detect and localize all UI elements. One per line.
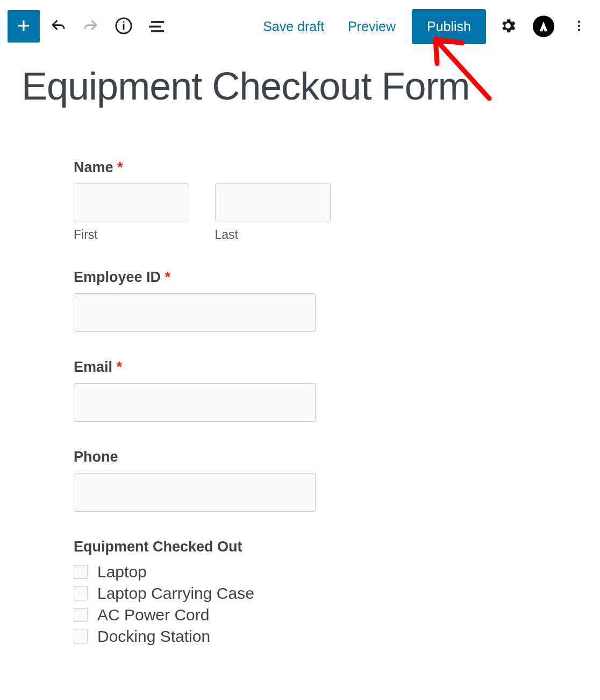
sublabel-last: Last [215,228,345,242]
label-name-text: Name [74,159,113,175]
toolbar-right-group: Save draft Preview Publish [255,9,592,44]
checkbox-docking-station[interactable] [74,630,88,644]
field-name: Name * First Last [74,159,344,242]
svg-point-10 [578,29,580,31]
field-equipment: Equipment Checked Out Laptop Laptop Carr… [74,539,344,646]
settings-button[interactable] [495,13,522,40]
astra-icon [533,16,554,37]
editor-toolbar: Save draft Preview Publish [0,0,600,53]
redo-button[interactable] [76,12,105,41]
undo-button[interactable] [43,12,73,41]
info-icon [115,17,133,37]
input-last-name[interactable] [215,183,331,222]
choice-ac-power-cord[interactable]: AC Power Cord [74,606,344,624]
checkbox-laptop-carrying-case[interactable] [74,586,88,600]
input-email[interactable] [74,383,316,422]
more-options-button[interactable] [566,13,592,40]
label-employee-id: Employee ID * [74,269,344,286]
choice-laptop[interactable]: Laptop [74,563,344,581]
svg-point-4 [123,21,124,23]
gear-icon [499,17,517,37]
choice-label: Docking Station [97,627,210,646]
kebab-icon [572,19,586,34]
field-last-name: Last [215,183,345,242]
choice-laptop-carrying-case[interactable]: Laptop Carrying Case [74,584,344,603]
label-employee-id-text: Employee ID [74,269,161,285]
field-employee-id: Employee ID * [74,269,344,332]
checkbox-ac-power-cord[interactable] [74,608,88,622]
input-employee-id[interactable] [74,293,316,332]
save-draft-button[interactable]: Save draft [255,15,332,39]
list-view-button[interactable] [141,12,171,41]
label-name: Name * [74,159,344,176]
page-title[interactable]: Equipment Checkout Form [22,64,578,108]
choice-label: Laptop Carrying Case [97,584,254,603]
field-first-name: First [74,183,203,242]
label-email-text: Email [74,359,112,375]
choice-label: AC Power Cord [97,606,209,624]
preview-button[interactable]: Preview [340,15,403,39]
input-phone[interactable] [74,473,316,512]
svg-point-9 [578,24,580,26]
plus-icon [16,18,32,36]
svg-point-8 [578,20,580,23]
add-block-button[interactable] [8,10,40,43]
checkbox-laptop[interactable] [74,565,88,579]
required-indicator: * [117,159,123,175]
theme-settings-button[interactable] [530,13,557,40]
choice-docking-station[interactable]: Docking Station [74,627,344,646]
editor-content: Equipment Checkout Form Name * First Las… [0,53,600,646]
field-phone: Phone [74,449,344,512]
required-indicator: * [165,269,171,285]
list-view-icon [147,17,166,37]
publish-button[interactable]: Publish [412,9,486,44]
toolbar-left-group [8,10,171,43]
choice-label: Laptop [97,563,147,581]
info-button[interactable] [109,12,138,41]
field-email: Email * [74,359,344,422]
required-indicator: * [117,359,123,375]
label-equipment: Equipment Checked Out [74,539,344,555]
sublabel-first: First [74,228,203,242]
redo-icon [82,17,100,37]
label-email: Email * [74,359,344,376]
input-first-name[interactable] [74,183,189,222]
form-preview: Name * First Last Employee ID * [22,108,344,646]
label-phone: Phone [74,449,344,465]
undo-icon [49,17,67,37]
equipment-choices: Laptop Laptop Carrying Case AC Power Cor… [74,563,344,646]
